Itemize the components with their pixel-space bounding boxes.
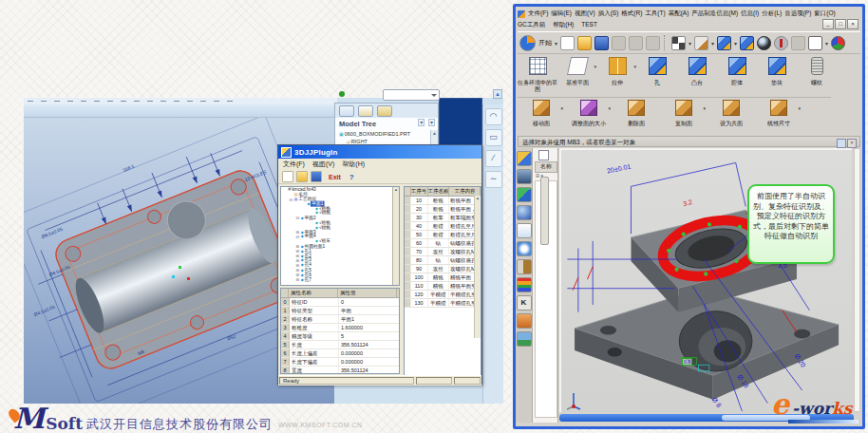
operation-row[interactable]: 80 钻 钻螺纹底孔 <box>405 256 481 265</box>
navigator-page-icon[interactable] <box>538 150 549 160</box>
prompt-close-icon[interactable]: × <box>847 139 857 148</box>
shaded-view-icon[interactable] <box>717 36 731 50</box>
save-icon[interactable] <box>594 36 609 50</box>
operations-scrollbar[interactable]: ▲ <box>474 196 481 338</box>
start-button[interactable]: 开始 <box>538 38 552 47</box>
wireframe-view-icon[interactable] <box>740 36 754 50</box>
kinematics-icon[interactable]: K <box>517 295 532 311</box>
menu-item[interactable]: 帮助(H) <box>553 21 574 29</box>
menu-item[interactable]: 插入(S) <box>598 9 619 18</box>
operation-row[interactable]: 40 粗镗 粗镗孔至尺 <box>405 222 481 231</box>
dialog-menu-item[interactable]: 视图(V) <box>312 160 334 169</box>
restore-button[interactable]: □ <box>835 19 846 29</box>
feature-button-sketch[interactable]: 任务环境中的草图 <box>518 56 557 92</box>
roles-icon[interactable] <box>517 313 532 329</box>
operation-row[interactable]: 100 精铣 精铣平面 <box>405 273 481 282</box>
save-icon[interactable] <box>311 171 322 182</box>
menu-item[interactable]: 窗口(O) <box>814 9 835 18</box>
chevron-down-icon[interactable]: ▾ <box>594 64 596 69</box>
operation-row[interactable]: 20 粗铣 粗铣平面， <box>405 205 481 214</box>
sync-button-move-face[interactable]: 移动面▾ <box>518 100 565 127</box>
feature-button-thread[interactable]: 螺纹 <box>797 56 837 86</box>
sketch-tool-icon[interactable]: ∼ <box>485 171 502 188</box>
chevron-down-icon[interactable]: ▾ <box>734 40 737 47</box>
trihedron-icon[interactable] <box>831 36 845 50</box>
navigator-scrollbar[interactable] <box>540 177 549 245</box>
menu-item[interactable]: 首选项(P) <box>784 9 811 18</box>
property-row[interactable]: 6 长度上偏差 0.000000 <box>281 349 399 358</box>
feature-tree-item[interactable]: ⊞ ◆ 孔7 <box>281 277 400 282</box>
property-row[interactable]: 2 特征名称 平面1 <box>281 315 399 324</box>
feature-button-extrude[interactable]: 拉伸▾ <box>597 56 637 86</box>
start-icon[interactable] <box>519 35 536 51</box>
operation-row[interactable]: 30 粗车 粗车端面至 <box>405 214 481 222</box>
chevron-down-icon[interactable]: ▾ <box>798 105 801 111</box>
chevron-down-icon[interactable]: ▾ <box>633 64 636 69</box>
menu-item[interactable]: 分析(L) <box>762 9 782 18</box>
feature-button-pocket[interactable]: 腔体 <box>717 56 757 86</box>
prompt-grid-icon[interactable] <box>837 139 846 148</box>
open-icon[interactable] <box>296 171 308 182</box>
menu-item[interactable]: TEST <box>581 21 597 29</box>
constraint-navigator-icon[interactable] <box>517 169 532 184</box>
panel-collapse-icon[interactable]: ▲ <box>493 89 502 99</box>
new-icon[interactable] <box>282 171 293 182</box>
chevron-down-icon[interactable]: ▾ <box>711 40 714 47</box>
static-cube-icon[interactable] <box>791 36 805 50</box>
property-row[interactable]: 7 长度下偏差 0.000000 <box>281 358 399 367</box>
menu-item[interactable]: 编辑(E) <box>551 9 572 18</box>
menu-item[interactable]: 视图(V) <box>575 9 595 18</box>
operation-row[interactable]: 110 精铣 精铣平面至 <box>405 282 481 291</box>
reuse-library-icon[interactable] <box>517 205 532 220</box>
tab-model-tree[interactable] <box>339 105 354 117</box>
feature-tree-scrollbar[interactable]: ▲ <box>392 187 399 285</box>
chevron-down-icon[interactable]: ▾ <box>608 105 611 111</box>
gallery-icon[interactable] <box>517 331 532 347</box>
palette-icon[interactable] <box>517 277 532 292</box>
operation-row[interactable]: 50 粗镗 粗镗孔至尺 <box>405 231 481 239</box>
property-row[interactable]: 0 特征ID 0 <box>281 298 399 307</box>
menu-item[interactable]: 工具(T) <box>645 9 665 18</box>
property-row[interactable]: 4 精度等级 5 <box>281 332 399 341</box>
sketch-curve-icon[interactable] <box>694 36 708 50</box>
sketch-tool-icon[interactable]: ▭ <box>485 129 502 146</box>
feature-button-datum-plane[interactable]: 基准平面▾ <box>557 56 597 86</box>
property-row[interactable]: 8 宽度 356.501124 <box>281 367 399 374</box>
sync-button-delete-face[interactable]: 删除面 <box>613 100 660 127</box>
tab-folder-browser[interactable] <box>358 105 373 117</box>
sketch-tool-icon[interactable]: ∕ <box>485 150 502 167</box>
property-row[interactable]: 5 长度 356.501124 <box>281 341 399 349</box>
menu-item[interactable]: 格式(R) <box>621 9 642 18</box>
feature-button-pad[interactable]: 垫块 <box>757 56 797 86</box>
feature-button-boss[interactable]: 凸台 <box>677 56 717 86</box>
sync-button-copy-face[interactable]: 复制面▾ <box>660 100 708 127</box>
help-icon[interactable]: ? <box>349 173 354 181</box>
operation-row[interactable]: 10 粗铣 粗铣平面 <box>405 197 481 205</box>
right-3d-viewport[interactable]: 20±0.01 3.2 2.5 Ø 20 Ø 18 Ø 8 0.6 前面使用了半… <box>559 148 852 412</box>
view-style-icon[interactable] <box>671 36 686 50</box>
property-row[interactable]: 1 特征类型 平面 <box>281 307 399 315</box>
chevron-down-icon[interactable]: ▾ <box>825 40 828 47</box>
close-button[interactable]: × <box>847 19 859 29</box>
operation-row[interactable]: 120 半精镗 半精镗孔至 <box>405 291 481 299</box>
chevron-down-icon[interactable]: ▾ <box>689 40 691 47</box>
studio-render-icon[interactable] <box>757 36 771 50</box>
sync-button-linear-dimension[interactable]: 线性尺寸▾ <box>755 100 802 127</box>
paste-icon[interactable] <box>646 36 660 50</box>
feature-button-hole[interactable]: 孔 <box>637 56 677 86</box>
copy-icon[interactable] <box>629 36 643 50</box>
tab-favorites[interactable] <box>377 105 392 117</box>
left-menu-strip[interactable] <box>24 98 337 104</box>
tree-settings-icon[interactable]: ▾ <box>428 119 435 126</box>
minimize-button[interactable]: _ <box>822 19 834 29</box>
history-icon[interactable] <box>517 241 532 256</box>
window-layout-icon[interactable] <box>808 36 822 50</box>
part-navigator-icon[interactable] <box>517 187 532 202</box>
model-tree-item[interactable]: ▣ 0600_BOXMODIFIED1.PRT <box>337 130 432 138</box>
menu-item[interactable]: 装配(A) <box>669 9 689 18</box>
orient-view-icon[interactable] <box>774 36 788 50</box>
menu-item[interactable]: 文件(F) <box>528 9 548 18</box>
operation-row[interactable]: 130 半精镗 半精镗孔至 <box>405 299 481 308</box>
menu-item[interactable]: 信息(I) <box>741 9 759 18</box>
chevron-down-icon[interactable]: ▾ <box>560 105 563 111</box>
